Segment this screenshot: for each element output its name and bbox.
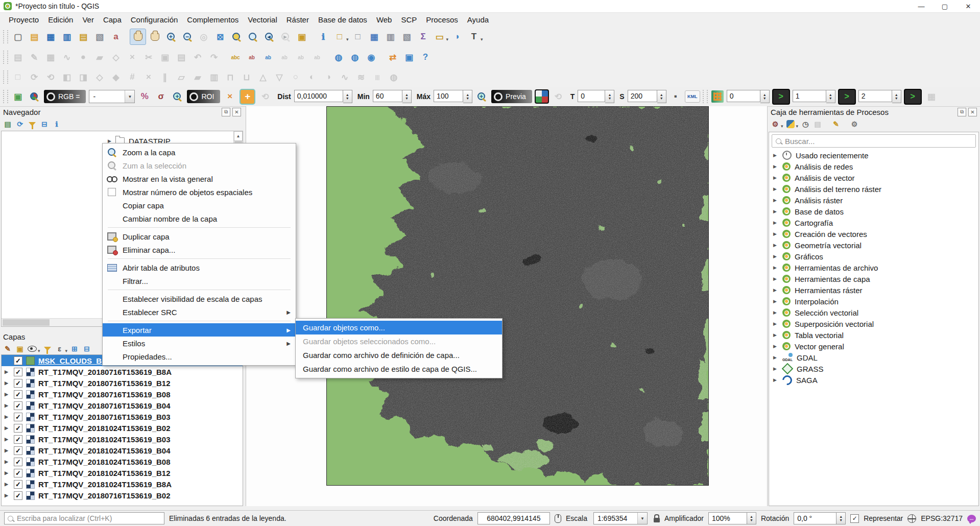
shape-digitize-icon[interactable]: ◍ bbox=[386, 69, 401, 85]
split-parts-icon[interactable]: ▰ bbox=[190, 69, 205, 85]
pan-map-icon[interactable] bbox=[130, 29, 146, 45]
circle-from-2points-icon[interactable]: ◐ bbox=[304, 69, 320, 85]
vertex-tool-icon[interactable]: ◇ bbox=[108, 50, 124, 65]
scp-redo-preview-icon[interactable]: ⟲ bbox=[551, 89, 566, 104]
new-project-icon[interactable]: ▢ bbox=[10, 29, 26, 44]
zoom-out-icon[interactable]: − bbox=[180, 29, 195, 44]
toolbox-edit-in-place-icon[interactable]: ✎ bbox=[830, 118, 842, 130]
measure-icon[interactable]: ▭ bbox=[432, 29, 447, 44]
menu-item-abrir-tabla-de-atributos[interactable]: Abrir tabla de atributos bbox=[103, 261, 296, 274]
zoom-next-icon[interactable]: ▸ bbox=[278, 29, 293, 44]
expand-arrow-icon[interactable]: ▶ bbox=[5, 392, 10, 397]
toolbox-group-saga[interactable]: ▶SAGA bbox=[769, 374, 978, 386]
expand-arrow-icon[interactable]: ▶ bbox=[5, 425, 10, 431]
trim-extend-icon[interactable]: ▽ bbox=[272, 69, 287, 85]
submenu-item-guardar-objetos-seleccionados-como[interactable]: Guardar objetos seleccionados como... bbox=[296, 334, 502, 348]
show-hide-labels-icon[interactable]: ab bbox=[293, 50, 308, 65]
expand-arrow-icon[interactable]: ▶ bbox=[5, 459, 10, 464]
layers-expand-all-icon[interactable]: ⊞ bbox=[69, 343, 80, 354]
expand-arrow-icon[interactable]: ▶ bbox=[773, 332, 778, 338]
browser-properties-icon[interactable]: ℹ bbox=[51, 118, 62, 130]
expand-arrow-icon[interactable]: ▶ bbox=[773, 321, 778, 326]
scp-s-input[interactable]: 200▲▼ bbox=[628, 90, 666, 103]
expand-arrow-icon[interactable]: ▶ bbox=[773, 198, 778, 203]
layer-diagram-icon[interactable]: ab bbox=[244, 50, 259, 65]
toolbar-drag-handle[interactable] bbox=[3, 70, 8, 84]
layer-visibility-checkbox[interactable]: ✓ bbox=[14, 368, 22, 376]
mouse-extents-icon[interactable] bbox=[555, 514, 561, 523]
layer-visibility-checkbox[interactable]: ✓ bbox=[14, 435, 22, 444]
save-project-icon[interactable]: ▦ bbox=[43, 29, 58, 44]
parallel-lines-icon[interactable]: ||| bbox=[370, 69, 385, 85]
toolbox-group-selecci-n-vectorial[interactable]: ▶Selección vectorial bbox=[769, 307, 978, 318]
scp-preview-zoom-icon[interactable]: + bbox=[474, 89, 489, 104]
dropdown-arrow-icon[interactable]: ▾ bbox=[781, 124, 783, 129]
layer-row[interactable]: ▶✓RT_T17MQV_20181024T153619_B08 bbox=[2, 456, 243, 467]
toolbox-group-interpolaci-n[interactable]: ▶Interpolación bbox=[769, 296, 978, 307]
cut-features-icon[interactable]: ✂ bbox=[141, 50, 156, 65]
layer-visibility-checkbox[interactable]: ✓ bbox=[14, 446, 22, 455]
scale-lock-icon[interactable] bbox=[654, 518, 660, 522]
expand-arrow-icon[interactable]: ▶ bbox=[773, 344, 778, 349]
browser-float-button[interactable]: ⧉ bbox=[222, 108, 230, 116]
expand-arrow-icon[interactable]: ▶ bbox=[773, 175, 778, 180]
add-ring-icon[interactable]: ◧ bbox=[59, 69, 75, 85]
undo-icon[interactable]: ↶ bbox=[190, 50, 205, 65]
help-icon[interactable]: ? bbox=[418, 50, 433, 65]
copy-features-icon[interactable]: ▣ bbox=[157, 50, 173, 65]
expand-arrow-icon[interactable]: ▶ bbox=[773, 299, 778, 304]
add-part-icon[interactable]: ◨ bbox=[76, 69, 91, 85]
expand-arrow-icon[interactable]: ▶ bbox=[773, 254, 778, 259]
move-label-icon[interactable]: ab bbox=[260, 50, 276, 65]
expand-arrow-icon[interactable]: ▶ bbox=[773, 220, 778, 225]
render-checkbox[interactable]: ✓ bbox=[850, 514, 859, 523]
dropdown-arrow-icon[interactable]: ▾ bbox=[796, 124, 799, 129]
zoom-in-icon[interactable]: + bbox=[163, 29, 179, 44]
expand-arrow-icon[interactable]: ▶ bbox=[773, 243, 778, 248]
menu-base-de-datos[interactable]: Base de datos bbox=[314, 14, 372, 26]
messages-balloon-icon[interactable]: ... bbox=[967, 515, 976, 522]
scp-run-band1[interactable]: > bbox=[838, 89, 856, 105]
layer-row[interactable]: ▶✓RT_T17MQV_20181024T153619_B8A bbox=[2, 479, 243, 490]
layer-visibility-checkbox[interactable]: ✓ bbox=[14, 491, 22, 500]
menu-r-ster[interactable]: Ráster bbox=[282, 14, 314, 26]
scp-bandset-grid-icon[interactable] bbox=[710, 89, 725, 104]
scp-run-band2[interactable]: > bbox=[904, 89, 922, 105]
layer-visibility-checkbox[interactable]: ✓ bbox=[14, 390, 22, 399]
expand-arrow-icon[interactable]: ▶ bbox=[773, 355, 778, 360]
expand-arrow-icon[interactable]: ▶ bbox=[5, 482, 10, 487]
text-annotation-icon[interactable]: T bbox=[466, 29, 482, 44]
statistical-summary-icon[interactable]: Σ bbox=[416, 29, 431, 44]
select-features-icon[interactable]: □ bbox=[332, 29, 347, 44]
scp-rgb-blocks-icon[interactable] bbox=[534, 89, 549, 104]
scp-band2-input[interactable]: 2▲▼ bbox=[858, 90, 901, 103]
menu-vectorial[interactable]: Vectorial bbox=[243, 14, 282, 26]
map-tips-icon[interactable]: ◗ bbox=[450, 29, 465, 44]
scp-add-to-bandset-icon[interactable]: ▦ bbox=[924, 89, 939, 104]
simplify-feature-icon[interactable]: ⟲ bbox=[43, 69, 58, 85]
scp-run-band0[interactable]: > bbox=[772, 89, 790, 105]
offset-curve-icon[interactable]: × bbox=[141, 69, 156, 85]
scp-dist-input[interactable]: 0,010000▲▼ bbox=[294, 90, 352, 103]
toolbox-float-button[interactable]: ⧉ bbox=[958, 108, 966, 116]
style-manager-icon[interactable]: a bbox=[108, 29, 124, 44]
menu-procesos[interactable]: Procesos bbox=[421, 14, 463, 26]
new-map-view-icon[interactable]: ▣ bbox=[294, 29, 309, 44]
show-layout-manager-icon[interactable]: ▧ bbox=[92, 29, 107, 44]
toolbox-group-an-lisis-del-terreno-r-ster[interactable]: ▶Análisis del terreno ráster bbox=[769, 183, 978, 195]
browser-filter-icon[interactable] bbox=[27, 118, 38, 130]
menu-scp[interactable]: SCP bbox=[396, 14, 421, 26]
layers-manage-themes-icon[interactable] bbox=[27, 343, 38, 354]
minimize-button[interactable]: — bbox=[910, 0, 933, 12]
spinner-arrows-icon[interactable]: ▲▼ bbox=[747, 512, 756, 524]
zoom-to-layer-icon[interactable] bbox=[229, 29, 244, 44]
toolbar-drag-handle[interactable] bbox=[3, 51, 8, 64]
toolbox-group-geometr-a-vectorial[interactable]: ▶Geometría vectorial bbox=[769, 240, 978, 251]
expand-arrow-icon[interactable]: ▶ bbox=[773, 288, 778, 293]
browser-close-button[interactable]: ✕ bbox=[232, 108, 241, 116]
spinner-arrows-icon[interactable]: ▲▼ bbox=[463, 90, 472, 103]
menu-item-establecer-visibilidad-de-escala-de-capas[interactable]: Establecer visibilidad de escala de capa… bbox=[103, 292, 296, 305]
merge-features-icon[interactable]: ▥ bbox=[206, 69, 222, 85]
delete-ring-icon[interactable]: ◆ bbox=[108, 69, 124, 85]
save-layer-edits-icon[interactable]: ▦ bbox=[43, 50, 58, 65]
